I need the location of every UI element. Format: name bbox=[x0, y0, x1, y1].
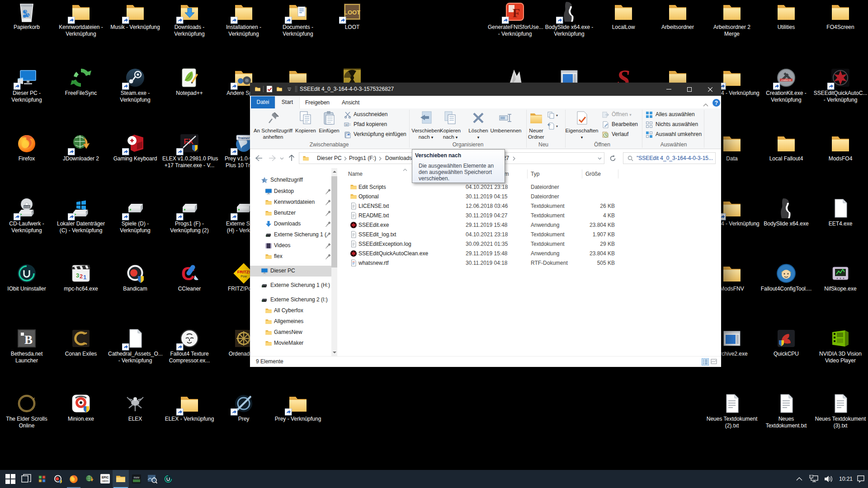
svg-text:EPIC: EPIC bbox=[102, 476, 108, 479]
svg-text:W: W bbox=[345, 123, 348, 126]
svg-text:RWM: RWM bbox=[134, 476, 139, 479]
svg-text:GAMES: GAMES bbox=[102, 480, 108, 482]
svg-text:?: ? bbox=[715, 100, 718, 106]
